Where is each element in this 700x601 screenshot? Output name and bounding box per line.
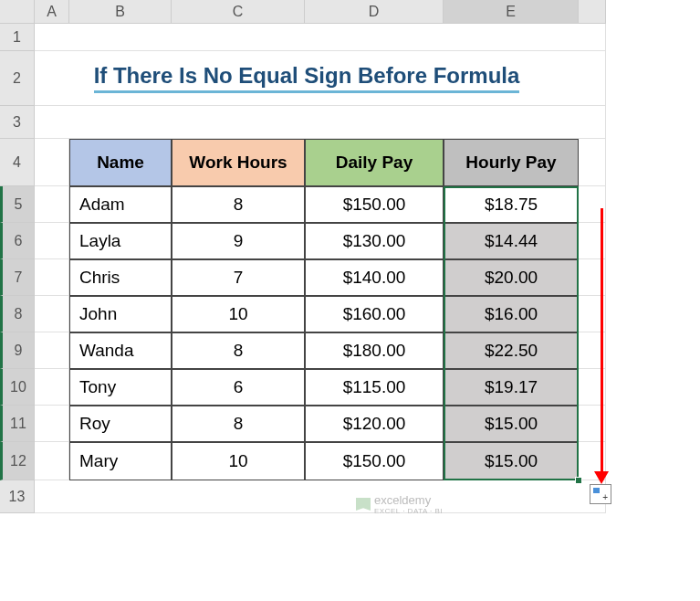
row-header-10[interactable]: 10 bbox=[0, 369, 35, 406]
cell-name[interactable]: Adam bbox=[69, 186, 172, 223]
arrow-annotation bbox=[601, 208, 603, 473]
corner-select-all[interactable] bbox=[0, 0, 35, 24]
cell-blank[interactable] bbox=[35, 332, 69, 369]
col-header-B[interactable]: B bbox=[69, 0, 172, 24]
cell-hourly[interactable]: $14.44 bbox=[444, 223, 579, 259]
header-work[interactable]: Work Hours bbox=[172, 139, 305, 186]
row-header-7[interactable]: 7 bbox=[0, 259, 35, 296]
cell-work[interactable]: 6 bbox=[172, 369, 305, 406]
cell-blank[interactable] bbox=[35, 139, 69, 186]
cell-daily[interactable]: $150.00 bbox=[305, 442, 444, 480]
cell-daily[interactable]: $150.00 bbox=[305, 186, 444, 223]
cell-daily[interactable]: $120.00 bbox=[305, 406, 444, 442]
arrow-head-icon bbox=[594, 471, 609, 484]
cell-blank[interactable] bbox=[35, 186, 69, 223]
cell-hourly[interactable]: $18.75 bbox=[444, 186, 579, 223]
cell-blank[interactable] bbox=[35, 369, 69, 406]
cell-blank[interactable] bbox=[35, 442, 69, 480]
cell-daily[interactable]: $160.00 bbox=[305, 296, 444, 332]
row-header-11[interactable]: 11 bbox=[0, 406, 35, 442]
cell-blank[interactable] bbox=[35, 406, 69, 442]
cell-hourly[interactable]: $19.17 bbox=[444, 369, 579, 406]
cell-name[interactable]: Wanda bbox=[69, 332, 172, 369]
autofill-options-button[interactable] bbox=[590, 484, 611, 504]
watermark-brand: exceldemy bbox=[374, 493, 443, 507]
header-hourly[interactable]: Hourly Pay bbox=[444, 139, 579, 186]
row-header-4[interactable]: 4 bbox=[0, 139, 35, 186]
cell-daily[interactable]: $180.00 bbox=[305, 332, 444, 369]
row-header-6[interactable]: 6 bbox=[0, 223, 35, 259]
cell-work[interactable]: 10 bbox=[172, 442, 305, 480]
header-name[interactable]: Name bbox=[69, 139, 172, 186]
page-title: If There Is No Equal Sign Before Formula bbox=[94, 63, 520, 93]
cell-work[interactable]: 8 bbox=[172, 332, 305, 369]
cell-work[interactable]: 10 bbox=[172, 296, 305, 332]
cell-blank[interactable] bbox=[35, 480, 606, 513]
title-row: If There Is No Equal Sign Before Formula bbox=[35, 51, 579, 106]
cell-daily[interactable]: $130.00 bbox=[305, 223, 444, 259]
col-header-A[interactable]: A bbox=[35, 0, 69, 24]
fill-handle[interactable] bbox=[575, 477, 582, 484]
row-header-5[interactable]: 5 bbox=[0, 186, 35, 223]
cell-work[interactable]: 9 bbox=[172, 223, 305, 259]
cell-hourly[interactable]: $16.00 bbox=[444, 296, 579, 332]
cell-work[interactable]: 7 bbox=[172, 259, 305, 296]
cell-hourly[interactable]: $15.00 bbox=[444, 442, 579, 480]
cell-name[interactable]: John bbox=[69, 296, 172, 332]
cell-hourly[interactable]: $15.00 bbox=[444, 406, 579, 442]
cell-blank[interactable] bbox=[579, 139, 606, 186]
cell-blank[interactable] bbox=[35, 223, 69, 259]
cell-daily[interactable]: $140.00 bbox=[305, 259, 444, 296]
cell-blank[interactable] bbox=[35, 106, 606, 139]
row-header-9[interactable]: 9 bbox=[0, 332, 35, 369]
col-header-C[interactable]: C bbox=[172, 0, 305, 24]
cell-name[interactable]: Mary bbox=[69, 442, 172, 480]
cell-blank[interactable] bbox=[35, 259, 69, 296]
cell-name[interactable]: Tony bbox=[69, 369, 172, 406]
watermark: exceldemy EXCEL · DATA · BI bbox=[356, 493, 443, 513]
row-header-12[interactable]: 12 bbox=[0, 442, 35, 480]
cell-blank[interactable] bbox=[35, 296, 69, 332]
cell-hourly[interactable]: $20.00 bbox=[444, 259, 579, 296]
cell-name[interactable]: Roy bbox=[69, 406, 172, 442]
cell-daily[interactable]: $115.00 bbox=[305, 369, 444, 406]
col-header-spacer bbox=[579, 0, 606, 24]
watermark-sub: EXCEL · DATA · BI bbox=[374, 507, 443, 513]
col-header-D[interactable]: D bbox=[305, 0, 444, 24]
cell-hourly[interactable]: $22.50 bbox=[444, 332, 579, 369]
header-daily[interactable]: Daily Pay bbox=[305, 139, 444, 186]
autofill-icon bbox=[593, 488, 608, 501]
row-header-1[interactable]: 1 bbox=[0, 24, 35, 51]
row-header-13[interactable]: 13 bbox=[0, 480, 35, 513]
row-header-3[interactable]: 3 bbox=[0, 106, 35, 139]
cell-name[interactable]: Chris bbox=[69, 259, 172, 296]
col-header-E[interactable]: E bbox=[444, 0, 579, 24]
cell-name[interactable]: Layla bbox=[69, 223, 172, 259]
cell-work[interactable]: 8 bbox=[172, 186, 305, 223]
row-header-8[interactable]: 8 bbox=[0, 296, 35, 332]
cell-work[interactable]: 8 bbox=[172, 406, 305, 442]
spreadsheet: A B C D E 1 2 If There Is No Equal Sign … bbox=[0, 0, 700, 513]
row-header-2[interactable]: 2 bbox=[0, 51, 35, 106]
watermark-icon bbox=[356, 498, 371, 511]
cell-blank[interactable] bbox=[35, 24, 606, 51]
